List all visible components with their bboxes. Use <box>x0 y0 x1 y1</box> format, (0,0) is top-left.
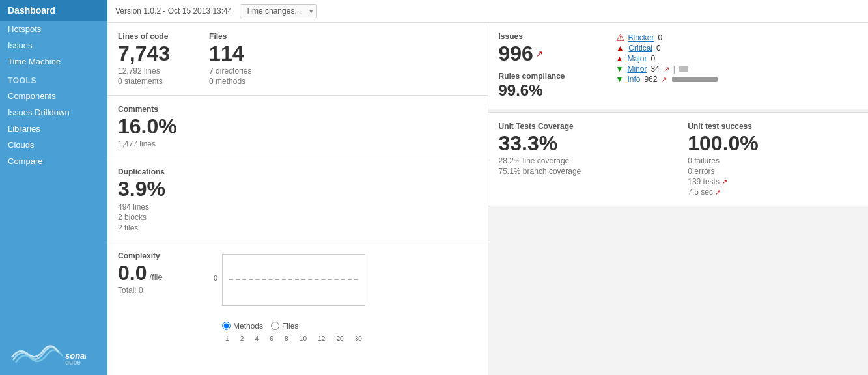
unit-test-sec: 7.5 sec ↗ <box>688 188 858 197</box>
sidebar-item-compare[interactable]: Compare <box>0 153 107 169</box>
files-radio-text: Files <box>282 322 298 331</box>
files-value: 114 <box>209 42 251 65</box>
rules-compliance-label: Rules compliance <box>499 72 603 81</box>
complexity-chart-container: 0 1 2 4 6 8 10 12 20 30 <box>222 254 365 331</box>
minor-count: 34 <box>651 64 659 74</box>
blocker-row: ⚠ Blocker 0 <box>616 32 858 43</box>
minor-separator: | <box>673 64 675 74</box>
duplications-sub3: 2 files <box>118 223 477 232</box>
comments-sub1: 1,477 lines <box>118 139 477 148</box>
sidebar-item-time-machine[interactable]: Time Machine <box>0 53 107 70</box>
comments-card: Comments 16.0% 1,477 lines <box>107 96 488 158</box>
complexity-value: 0.0 <box>118 262 147 285</box>
sidebar-dashboard-title[interactable]: Dashboard <box>0 0 107 21</box>
critical-count: 0 <box>656 44 661 53</box>
files-sub1: 7 directories <box>209 66 251 76</box>
files-radio-label[interactable]: Files <box>271 322 298 331</box>
duplications-value: 3.9% <box>118 178 477 201</box>
time-changes-dropdown-wrapper: Time changes... Last 7 days Last 30 days… <box>240 4 317 18</box>
coverage-sub1: 28.2% line coverage <box>499 156 669 165</box>
info-link[interactable]: Info <box>627 75 640 84</box>
complexity-label: Complexity <box>118 251 209 260</box>
blocker-count: 0 <box>658 33 663 42</box>
sidebar: Dashboard Hotspots Issues Time Machine T… <box>0 0 107 375</box>
info-row: ▼ Info 962 ↗ <box>616 74 858 85</box>
minor-trend: ↗ <box>664 65 669 74</box>
loc-sub2: 0 statements <box>118 77 170 86</box>
unit-tests-coverage-section: Unit Tests Coverage 33.3% 28.2% line cov… <box>499 122 669 197</box>
complexity-unit: /file <box>149 272 162 282</box>
duplications-sub2: 2 blocks <box>118 213 477 222</box>
minor-icon: ▼ <box>616 65 624 73</box>
minor-link[interactable]: Minor <box>627 64 647 74</box>
methods-radio-text: Methods <box>233 322 263 331</box>
critical-link[interactable]: Critical <box>628 44 652 53</box>
dashboard-panels: Lines of code 7,743 12,792 lines 0 state… <box>107 23 868 375</box>
duplications-label: Duplications <box>118 167 477 176</box>
complexity-chart: 0 <box>222 254 365 306</box>
version-text: Version 1.0.2 - Oct 15 2013 13:44 <box>115 7 232 16</box>
chart-zero-label: 0 <box>214 274 217 282</box>
unit-test-success-label: Unit test success <box>688 122 858 131</box>
unit-test-tests: 139 tests ↗ <box>688 177 858 186</box>
methods-radio-label[interactable]: Methods <box>222 322 263 331</box>
sidebar-item-hotspots[interactable]: Hotspots <box>0 21 107 37</box>
svg-text:qube: qube <box>65 359 81 365</box>
complexity-card: Complexity 0.0 /file Total: 0 0 1 2 <box>107 242 488 340</box>
coverage-label: Unit Tests Coverage <box>499 122 669 131</box>
files-sub2: 0 methods <box>209 77 251 86</box>
time-changes-dropdown[interactable]: Time changes... Last 7 days Last 30 days… <box>240 4 317 18</box>
issues-right-section: ⚠ Blocker 0 ▲ Critical 0 ▲ <box>616 32 858 100</box>
loc-value: 7,743 <box>118 42 170 65</box>
left-panel: Lines of code 7,743 12,792 lines 0 state… <box>107 23 488 375</box>
minor-bar <box>679 66 688 72</box>
sidebar-item-clouds[interactable]: Clouds <box>0 137 107 153</box>
issues-label: Issues <box>499 32 603 41</box>
sidebar-item-components[interactable]: Components <box>0 88 107 104</box>
topbar: Version 1.0.2 - Oct 15 2013 13:44 Time c… <box>107 0 868 23</box>
sonarqube-logo: sonar qube <box>0 331 107 375</box>
critical-icon: ▲ <box>616 44 625 53</box>
major-count: 0 <box>651 54 655 63</box>
methods-radio[interactable] <box>222 322 231 330</box>
info-icon: ▼ <box>616 76 624 83</box>
loc-files-card: Lines of code 7,743 12,792 lines 0 state… <box>107 23 488 96</box>
sec-trend-icon: ↗ <box>715 188 721 196</box>
major-link[interactable]: Major <box>627 54 647 63</box>
info-bar <box>672 77 718 82</box>
issues-trend: ↗ <box>536 49 543 59</box>
blocker-link[interactable]: Blocker <box>628 33 654 42</box>
unit-test-errors: 0 errors <box>688 167 858 176</box>
loc-label: Lines of code <box>118 32 170 41</box>
loc-sub1: 12,792 lines <box>118 66 170 76</box>
critical-row: ▲ Critical 0 <box>616 43 858 53</box>
minor-row: ▼ Minor 34 ↗ | <box>616 64 858 74</box>
info-trend: ↗ <box>661 76 667 84</box>
coverage-layout: Unit Tests Coverage 33.3% 28.2% line cov… <box>499 122 858 197</box>
files-radio[interactable] <box>271 322 279 330</box>
chart-radios: Methods Files <box>222 322 365 331</box>
unit-test-failures: 0 failures <box>688 156 858 165</box>
sidebar-tools-label: TOOLS <box>0 70 107 88</box>
chart-x-labels: 1 2 4 6 8 10 12 20 30 <box>225 335 362 342</box>
info-count: 962 <box>644 75 657 84</box>
major-icon: ▲ <box>616 55 624 62</box>
coverage-card: Unit Tests Coverage 33.3% 28.2% line cov… <box>488 112 869 206</box>
issues-value: 996 <box>499 42 533 65</box>
sidebar-item-issues[interactable]: Issues <box>0 37 107 53</box>
main-content: Version 1.0.2 - Oct 15 2013 13:44 Time c… <box>107 0 868 375</box>
unit-test-success-section: Unit test success 100.0% 0 failures 0 er… <box>688 122 858 197</box>
rules-compliance-value: 99.6% <box>499 82 603 99</box>
comments-label: Comments <box>118 105 477 114</box>
issues-card: Issues 996 ↗ Rules compliance 99.6% <box>488 23 869 109</box>
chart-dashed-line <box>229 279 358 280</box>
issues-layout: Issues 996 ↗ Rules compliance 99.6% <box>499 32 858 100</box>
files-section: Files 114 7 directories 0 methods <box>209 32 251 86</box>
files-label: Files <box>209 32 251 41</box>
unit-test-success-value: 100.0% <box>688 132 858 155</box>
comments-value: 16.0% <box>118 115 477 138</box>
duplications-card: Duplications 3.9% 494 lines 2 blocks 2 f… <box>107 158 488 242</box>
sidebar-item-libraries[interactable]: Libraries <box>0 120 107 137</box>
issues-left-section: Issues 996 ↗ Rules compliance 99.6% <box>499 32 603 100</box>
sidebar-item-issues-drilldown[interactable]: Issues Drilldown <box>0 104 107 120</box>
